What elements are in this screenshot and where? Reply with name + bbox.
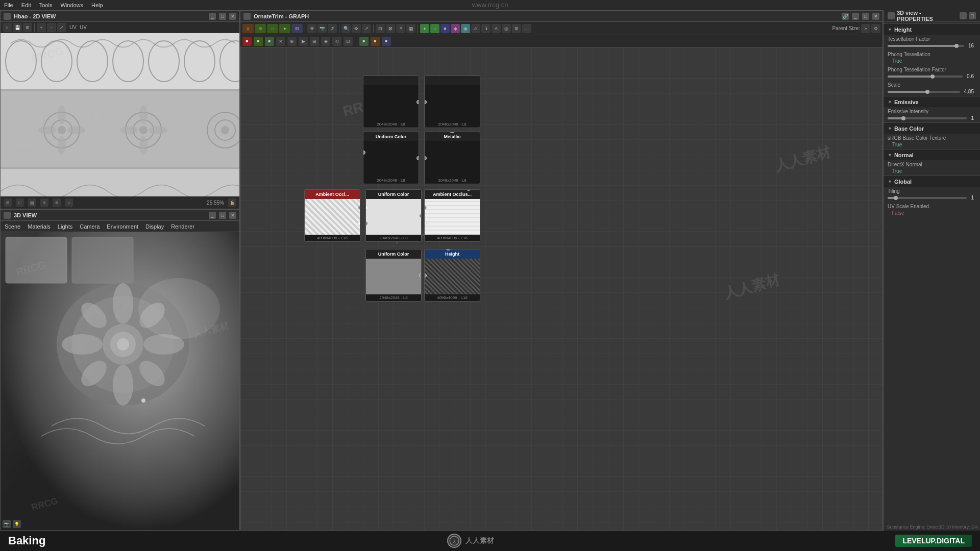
sb-btn1[interactable]: ⊞ — [4, 198, 12, 207]
menu-help[interactable]: Help — [91, 2, 103, 8]
menu-environment[interactable]: Environment — [107, 223, 138, 230]
section-global-header[interactable]: ▼ Global — [884, 176, 980, 187]
node-2[interactable]: 2048x2048 - L8 — [424, 76, 480, 128]
tb-graph-btn3[interactable]: ○ — [267, 24, 278, 33]
tb2-btn9[interactable]: ⟲ — [332, 37, 341, 46]
tb2-btn3[interactable]: ■ — [265, 37, 274, 46]
node-4-metallic[interactable]: Metallic 2048x2048 - L8 — [424, 132, 480, 184]
tb-home[interactable]: ⌂ — [3, 23, 12, 32]
sb-btn5[interactable]: ⊕ — [53, 198, 61, 207]
view-3d-close[interactable]: ✕ — [229, 212, 236, 219]
view-2d-minimize[interactable]: _ — [209, 13, 216, 20]
tb-graph-conn[interactable]: ⌗ — [396, 24, 405, 33]
tiling-thumb[interactable] — [894, 196, 898, 200]
tb-graph-btn4[interactable]: ● — [279, 24, 290, 33]
tb-graph-grid[interactable]: ⊞ — [512, 24, 521, 33]
sb-btn2[interactable]: □ — [16, 198, 24, 207]
tb-graph-teal[interactable]: ◉ — [461, 24, 470, 33]
view3d-icon-light[interactable]: 💡 — [13, 520, 21, 528]
tb2-blue[interactable]: ■ — [382, 37, 391, 46]
graph-minimize[interactable]: _ — [852, 13, 859, 20]
node-9-height[interactable]: Height Height 4096x4096 - L16 — [424, 249, 480, 302]
emissive-thumb[interactable] — [901, 116, 905, 120]
tb-graph-settings[interactable]: ⚙ — [871, 24, 880, 33]
tb2-btn7[interactable]: ⊞ — [310, 37, 319, 46]
graph-maximize[interactable]: □ — [862, 13, 869, 20]
tb-graph-misc[interactable]: ◎ — [502, 24, 511, 33]
tb-graph-link[interactable]: ⊠ — [386, 24, 395, 33]
tb-graph-btn5[interactable]: ⊞ — [291, 24, 303, 33]
tb-graph-btn1[interactable]: ≡ — [242, 24, 254, 33]
scale-thumb[interactable] — [925, 90, 929, 94]
tessellation-factor-slider[interactable] — [888, 45, 964, 47]
section-height-header[interactable]: ▼ Height — [884, 23, 980, 35]
tb-graph-purple[interactable]: ◆ — [451, 24, 460, 33]
section-emissive-header[interactable]: ▼ Emissive — [884, 96, 980, 107]
tb-graph-a[interactable]: A — [492, 24, 501, 33]
tb-graph-green2[interactable]: ○ — [430, 24, 439, 33]
tb-grid[interactable]: ⊞ — [23, 23, 32, 32]
sb-lock[interactable]: 🔒 — [228, 198, 236, 207]
menu-lights[interactable]: Lights — [58, 223, 72, 230]
menu-edit[interactable]: Edit — [21, 2, 31, 8]
tb-graph-info[interactable]: ℹ — [481, 24, 491, 33]
node-8-port-out[interactable] — [419, 273, 422, 278]
phong-tess-thumb[interactable] — [930, 74, 935, 79]
menu-windows[interactable]: Windows — [60, 2, 83, 8]
view-2d-close[interactable]: ✕ — [229, 13, 236, 20]
emissive-slider[interactable] — [888, 117, 967, 119]
tb-graph-size-more[interactable]: » — [861, 24, 870, 33]
tb-graph-more[interactable]: … — [522, 24, 531, 33]
sb-btn6[interactable]: ○ — [65, 198, 73, 207]
tb2-green1[interactable]: ■ — [359, 37, 369, 46]
node-1[interactable]: 2048x2048 - L8 — [363, 76, 419, 128]
menu-renderer[interactable]: Renderer — [171, 223, 194, 230]
tb2-btn6[interactable]: ▶ — [299, 37, 308, 46]
graph-link[interactable]: 🔗 — [842, 13, 849, 20]
tb-graph-nodes[interactable]: ⊟ — [376, 24, 385, 33]
tb-graph-blue1[interactable]: ■ — [440, 24, 450, 33]
tb-graph-layout[interactable]: ▦ — [406, 24, 415, 33]
tb2-btn10[interactable]: ⊡ — [344, 37, 353, 46]
node-5-port-out1[interactable] — [358, 206, 360, 210]
props-minimize[interactable]: _ — [960, 12, 967, 19]
phong-tess-slider[interactable] — [888, 76, 963, 78]
node-6-uniform-color[interactable]: Uniform Color 2048x2048 - L8 — [365, 189, 422, 242]
view3d-icon-camera[interactable]: 📷 — [3, 520, 11, 528]
tb-graph-move[interactable]: ✥ — [352, 24, 361, 33]
tb-graph-warn[interactable]: ⚠ — [471, 24, 480, 33]
scale-slider[interactable] — [888, 91, 960, 93]
sb-btn4[interactable]: ≡ — [40, 198, 48, 207]
node-7-ambient-occlusion[interactable]: AmbientOcclusion(baked) Ambient Occlus..… — [424, 189, 480, 242]
node-5-port-out2[interactable] — [358, 221, 360, 226]
view-3d-minimize[interactable]: _ — [209, 212, 216, 219]
tb-save[interactable]: 💾 — [13, 23, 22, 32]
graph-canvas[interactable]: RRCG 人人素材 RRCG 人人素材 — [240, 47, 883, 530]
tessellation-factor-thumb[interactable] — [954, 44, 959, 48]
tb-zoom-in[interactable]: + — [37, 23, 46, 32]
tb-graph-eye[interactable]: 👁 — [307, 24, 316, 33]
tb-zoom-out[interactable]: - — [47, 23, 56, 32]
node-8-uniform-color[interactable]: Uniform Color 2048x2048 - L8 — [365, 249, 422, 302]
tb2-btn4[interactable]: ✕ — [276, 37, 285, 46]
menu-materials[interactable]: Materials — [28, 223, 51, 230]
tb2-btn1[interactable]: ■ — [242, 37, 252, 46]
sb-btn3[interactable]: ▤ — [28, 198, 36, 207]
node-1-port-out[interactable] — [416, 100, 419, 104]
menu-camera[interactable]: Camera — [80, 223, 100, 230]
node-3-uniform-color[interactable]: Uniform Color 2048x2048 - L8 — [363, 132, 419, 184]
node-5-ambient-occlusion[interactable]: Ambient Occl... 4096x4096 - L16 — [304, 189, 360, 242]
tb-graph-green1[interactable]: ● — [420, 24, 429, 33]
tb-graph-zoom-in[interactable]: 🔍 — [341, 24, 351, 33]
graph-close[interactable]: ✕ — [872, 13, 879, 20]
node-3-port-out[interactable] — [416, 156, 419, 160]
menu-file[interactable]: File — [4, 2, 13, 8]
view-2d-maximize[interactable]: □ — [219, 13, 226, 20]
tb2-btn8[interactable]: ◈ — [321, 37, 330, 46]
menu-scene[interactable]: Scene — [5, 223, 20, 230]
tb-graph-select[interactable]: ↗ — [362, 24, 371, 33]
tb-graph-cam[interactable]: 📷 — [317, 24, 327, 33]
props-maximize[interactable]: □ — [969, 12, 976, 19]
tiling-slider[interactable] — [888, 197, 967, 199]
tb-graph-btn2[interactable]: ⊕ — [255, 24, 266, 33]
